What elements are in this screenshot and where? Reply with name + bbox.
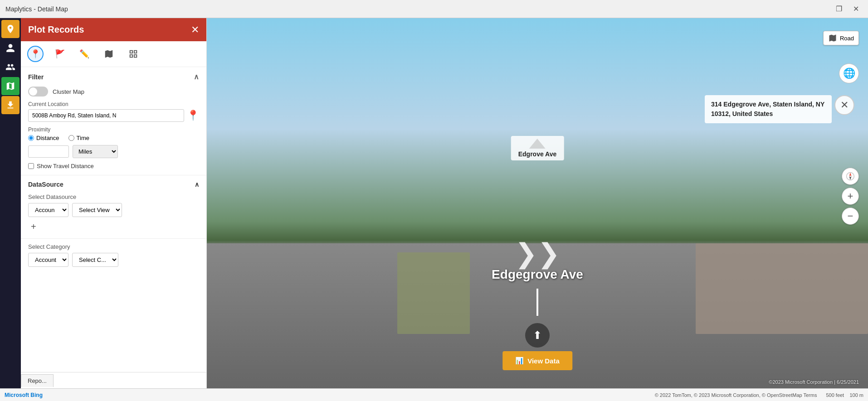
building-left [397, 252, 470, 334]
distance-row: Miles Kilometers [28, 145, 199, 158]
street-name-bottom-label: Edgegrove Ave [492, 267, 583, 282]
travel-distance-row: Show Travel Distance [28, 163, 199, 169]
cluster-map-row: Cluster Map [28, 87, 199, 97]
up-arrow-icon [529, 139, 546, 149]
cluster-map-label: Cluster Map [53, 88, 84, 95]
map-copyright: ©2023 Microsoft Corporation | 6/25/2021 [769, 379, 859, 385]
title-bar-buttons: ❐ ✕ [832, 3, 863, 15]
footer-copyright: © 2022 TomTom, © 2023 Microsoft Corporat… [655, 392, 817, 398]
sidebar-item-location[interactable] [1, 20, 20, 38]
tool-icons-row: 📍 🚩 ✏️ [21, 41, 206, 67]
title-bar: Maplytics - Detail Map ❐ ✕ [0, 0, 868, 18]
title-bar-left: Maplytics - Detail Map [5, 5, 68, 13]
filter-section: Filter ∧ Cluster Map Current Location 📍 … [21, 67, 206, 175]
map-type-label: Road [840, 35, 854, 42]
map-type-icon [828, 34, 837, 43]
zoom-out-button[interactable]: − [842, 208, 859, 225]
compass-icon [846, 172, 855, 181]
datasource-chevron-icon: ∧ [195, 181, 199, 188]
svg-marker-2 [849, 176, 852, 180]
route-tool-button[interactable]: 🚩 [52, 46, 68, 62]
building-right [696, 243, 868, 334]
left-sidebar [0, 18, 21, 388]
location-pin-icon[interactable]: 📍 [187, 110, 199, 121]
street-name-card: Edgrove Ave [511, 136, 564, 160]
travel-distance-checkbox[interactable] [28, 163, 34, 169]
select-cat-dropdown[interactable]: Select C... [72, 253, 118, 267]
table-icon: 📊 [515, 357, 524, 365]
account-cat-dropdown[interactable]: Account [28, 253, 68, 267]
cluster-map-toggle[interactable] [28, 87, 48, 97]
street-label-container: Edgrove Ave [511, 136, 564, 160]
edit-tool-button[interactable]: ✏️ [76, 46, 93, 62]
filter-chevron-icon: ∧ [194, 72, 199, 81]
travel-distance-label: Show Travel Distance [37, 163, 94, 169]
map-controls: + − [842, 168, 859, 225]
bottom-bar: Microsoft Bing © 2022 TomTom, © 2023 Mic… [0, 388, 868, 401]
panel: Plot Records ✕ 📍 🚩 ✏️ Filter ∧ Clu [21, 18, 207, 388]
address-tooltip: 314 Edgegrove Ave, Staten Island, NY 103… [705, 95, 832, 123]
panel-title: Plot Records [28, 24, 84, 35]
view-dropdown[interactable]: Select View [72, 203, 122, 217]
datasource-section: DataSource ∧ Select Datasource Accoun Ac… [21, 175, 206, 239]
distance-radio[interactable] [28, 135, 34, 141]
road-center-line [536, 289, 538, 316]
zoom-in-button[interactable]: + [842, 188, 859, 205]
zoom-scale: 500 feet 100 m [826, 392, 863, 398]
distance-radio-item[interactable]: Distance [28, 135, 59, 141]
region-tool-button[interactable] [101, 46, 117, 62]
category-section: Select Category Account Select C... [21, 239, 206, 273]
distance-input[interactable] [28, 145, 69, 158]
datasource-header[interactable]: DataSource ∧ [28, 181, 199, 188]
map-close-button[interactable]: ✕ [834, 95, 854, 115]
bing-logo: Microsoft Bing [5, 392, 43, 398]
time-radio[interactable] [68, 135, 74, 141]
pin-tool-button[interactable]: 📍 [27, 46, 44, 62]
select-datasource-label: Select Datasource [28, 193, 199, 200]
map-globe-button[interactable]: 🌐 [839, 63, 859, 83]
filter-label: Filter [28, 73, 44, 81]
distance-radio-label: Distance [36, 135, 59, 141]
report-tab[interactable]: Repo... [21, 374, 54, 387]
add-datasource-button[interactable]: + [28, 221, 199, 233]
scale-500ft: 500 feet [826, 392, 844, 398]
compass-button[interactable] [842, 168, 859, 185]
time-radio-label: Time [77, 135, 89, 141]
svg-marker-1 [849, 173, 852, 176]
sidebar-item-map[interactable] [1, 77, 20, 95]
street-name-top-label: Edgrove Ave [518, 150, 557, 158]
account-dropdown[interactable]: Accoun Account [28, 203, 68, 217]
category-row: Account Select C... [28, 253, 199, 267]
proximity-section: Proximity Distance Time Miles Kil [28, 126, 199, 158]
scale-100m: 100 m [849, 392, 863, 398]
category-label: Select Category [28, 243, 199, 250]
datasource-label: DataSource [28, 181, 63, 188]
proximity-label: Proximity [28, 126, 199, 133]
time-radio-item[interactable]: Time [68, 135, 89, 141]
panel-close-button[interactable]: ✕ [191, 25, 199, 35]
down-chevron-icon: ❯❯ [515, 240, 560, 267]
current-location-label: Current Location [28, 101, 199, 107]
location-input[interactable] [28, 109, 184, 122]
filter-section-header[interactable]: Filter ∧ [28, 72, 199, 81]
map-type-button[interactable]: Road [823, 31, 859, 45]
view-data-button[interactable]: 📊 View Data [502, 351, 572, 370]
location-row: 📍 [28, 109, 199, 122]
unit-select[interactable]: Miles Kilometers [73, 145, 118, 158]
map-area: ◀ Edgrove Ave ❯❯ Edgegrove Ave 314 Edgeg… [207, 18, 868, 388]
close-button[interactable]: ✕ [849, 3, 863, 15]
sidebar-item-download[interactable] [1, 96, 20, 114]
grid-tool-button[interactable] [125, 46, 141, 62]
view-data-label: View Data [527, 357, 560, 365]
proximity-radio-row: Distance Time [28, 135, 199, 141]
main-area: Plot Records ✕ 📍 🚩 ✏️ Filter ∧ Clu [0, 18, 868, 388]
sidebar-item-group[interactable] [1, 58, 20, 76]
nav-circle-button[interactable]: ⬆ [525, 323, 550, 348]
datasource-dropdown-row: Accoun Account Select View [28, 203, 199, 217]
panel-header: Plot Records ✕ [21, 18, 206, 41]
forward-arrow-area: Edgrove Ave [511, 136, 564, 160]
app-title: Maplytics - Detail Map [5, 5, 68, 13]
sidebar-item-user[interactable] [1, 39, 20, 57]
restore-button[interactable]: ❐ [832, 3, 846, 15]
